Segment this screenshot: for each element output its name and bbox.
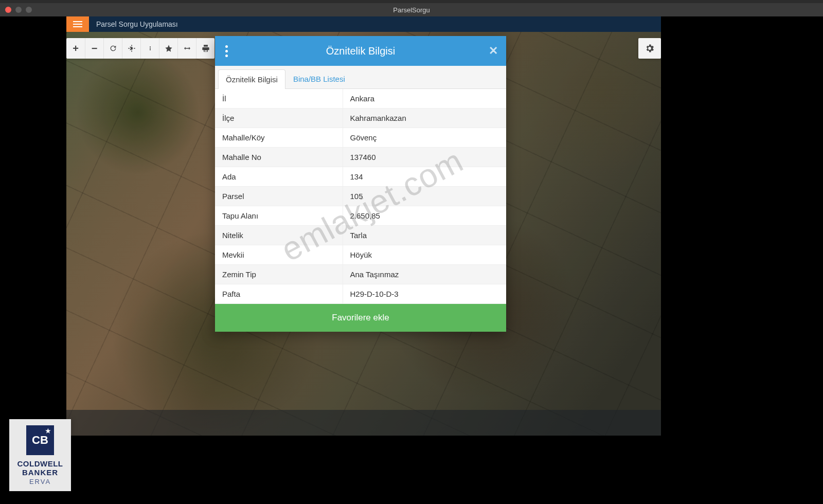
attr-key: İl	[215, 89, 343, 109]
attr-key: Tapu Alanı	[215, 206, 343, 226]
map-footer	[66, 410, 661, 436]
info-icon	[146, 44, 154, 52]
minus-icon	[92, 43, 98, 55]
attr-value: Gövenç	[343, 128, 506, 148]
attr-value: Tarla	[343, 226, 506, 245]
table-row: NitelikTarla	[215, 226, 506, 245]
attr-value: Höyük	[343, 245, 506, 265]
app-shell: Parsel Sorgu Uygulaması	[66, 16, 661, 436]
attr-value: 137460	[343, 148, 506, 167]
svg-point-1	[149, 46, 150, 47]
minimize-window-button[interactable]	[15, 7, 22, 13]
star-icon: ★	[45, 427, 51, 435]
table-row: Mahalle No137460	[215, 148, 506, 167]
svg-point-0	[131, 47, 133, 49]
table-row: Tapu Alanı2.650,85	[215, 206, 506, 226]
refresh-button[interactable]	[103, 38, 122, 59]
attr-key: Zemin Tip	[215, 265, 343, 284]
attr-value: Ana Taşınmaz	[343, 265, 506, 284]
window-titlebar: ParselSorgu	[0, 3, 823, 16]
maximize-window-button[interactable]	[26, 7, 32, 13]
attr-key: Mahalle No	[215, 148, 343, 167]
modal-tabs: Öznitelik Bilgisi Bina/BB Listesi	[215, 66, 506, 89]
add-to-favorites-button[interactable]: Favorilere ekle	[215, 304, 506, 332]
table-row: Parsel105	[215, 187, 506, 206]
table-row: Mahalle/KöyGövenç	[215, 128, 506, 148]
favorite-button[interactable]	[159, 38, 177, 59]
attr-key: Pafta	[215, 284, 343, 304]
attr-value: 2.650,85	[343, 206, 506, 226]
close-window-button[interactable]	[5, 7, 11, 13]
table-row: İlAnkara	[215, 89, 506, 109]
modal-title: Öznitelik Bilgisi	[326, 45, 395, 57]
agency-sub: ERVA	[29, 478, 51, 485]
hamburger-icon	[73, 21, 82, 27]
agency-badge: CB ★ COLDWELL BANKER ERVA	[9, 419, 71, 491]
kebab-icon	[225, 45, 228, 57]
app-header: Parsel Sorgu Uygulaması	[66, 16, 661, 32]
agency-name-1: COLDWELL	[17, 459, 63, 468]
refresh-icon	[109, 44, 117, 52]
print-button[interactable]	[196, 38, 214, 59]
app-title: Parsel Sorgu Uygulaması	[96, 20, 178, 28]
attr-key: Ada	[215, 167, 343, 187]
attr-value: Kahramankazan	[343, 109, 506, 128]
info-button[interactable]	[140, 38, 159, 59]
zoom-in-button[interactable]	[66, 38, 85, 59]
table-row: Ada134	[215, 167, 506, 187]
attr-key: Parsel	[215, 187, 343, 206]
table-row: Zemin TipAna Taşınmaz	[215, 265, 506, 284]
window-title: ParselSorgu	[393, 6, 430, 14]
map-area[interactable]: Öznitelik Bilgisi ✕ Öznitelik Bilgisi Bi…	[66, 32, 661, 436]
traffic-lights	[5, 7, 32, 13]
table-row: PaftaH29-D-10-D-3	[215, 284, 506, 304]
locate-button[interactable]	[122, 38, 140, 59]
star-icon	[165, 44, 173, 52]
attribute-modal: Öznitelik Bilgisi ✕ Öznitelik Bilgisi Bi…	[215, 36, 506, 332]
modal-close-button[interactable]: ✕	[489, 44, 498, 58]
print-icon	[202, 44, 210, 52]
attr-value: Ankara	[343, 89, 506, 109]
modal-menu-button[interactable]	[215, 45, 238, 57]
modal-header: Öznitelik Bilgisi ✕	[215, 36, 506, 66]
tab-attribute[interactable]: Öznitelik Bilgisi	[218, 69, 285, 89]
fit-width-icon	[183, 44, 191, 52]
attr-key: İlçe	[215, 109, 343, 128]
settings-button[interactable]	[638, 38, 661, 59]
zoom-out-button[interactable]	[85, 38, 103, 59]
table-row: MevkiiHöyük	[215, 245, 506, 265]
locate-icon	[128, 44, 136, 52]
attribute-table: İlAnkaraİlçeKahramankazanMahalle/KöyGöve…	[215, 89, 506, 304]
plus-icon	[73, 43, 79, 55]
attr-key: Nitelik	[215, 226, 343, 245]
fit-button[interactable]	[177, 38, 196, 59]
tab-bina[interactable]: Bina/BB Listesi	[285, 69, 353, 88]
hamburger-menu-button[interactable]	[66, 16, 89, 32]
attr-value: 105	[343, 187, 506, 206]
agency-name-2: BANKER	[22, 468, 58, 477]
attr-key: Mevkii	[215, 245, 343, 265]
table-row: İlçeKahramankazan	[215, 109, 506, 128]
attr-value: 134	[343, 167, 506, 187]
agency-logo: CB ★	[26, 425, 54, 455]
attr-key: Mahalle/Köy	[215, 128, 343, 148]
gear-icon	[645, 43, 655, 53]
attr-value: H29-D-10-D-3	[343, 284, 506, 304]
map-toolbar	[66, 38, 214, 59]
agency-logo-letters: CB	[32, 434, 48, 447]
